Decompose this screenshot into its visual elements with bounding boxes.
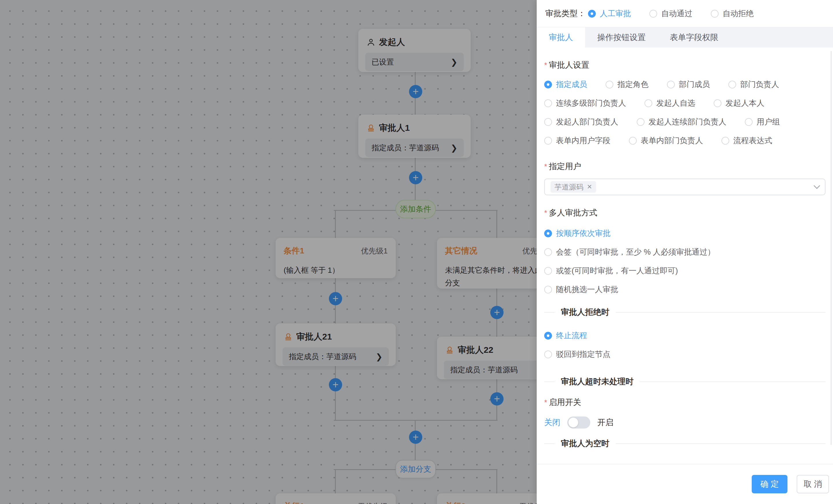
radio-icon [544, 81, 552, 89]
radio-random-one[interactable]: 随机挑选一人审批 [544, 284, 618, 295]
radio-form-user-field[interactable]: 表单内用户字段 [544, 135, 611, 146]
empty-section-divider: 审批人为空时 [544, 438, 826, 447]
radio-specified-member[interactable]: 指定成员 [544, 79, 587, 90]
confirm-button[interactable]: 确 定 [752, 475, 787, 493]
radio-auto-reject[interactable]: 自动拒绝 [711, 8, 754, 19]
tab-approver[interactable]: 审批人 [537, 27, 585, 48]
enable-switch-label: *启用开关 [544, 398, 826, 407]
radio-icon [544, 332, 552, 339]
empty-section-title: 审批人为空时 [561, 438, 609, 447]
radio-dept-leader[interactable]: 部门负责人 [729, 79, 779, 90]
reject-section-divider: 审批人拒绝时 [544, 307, 826, 317]
approval-type-label: 审批类型： [545, 8, 586, 19]
approver-setup-row4: 表单内用户字段 表单内部门负责人 流程表达式 [544, 136, 826, 146]
radio-initiator-dept-leader[interactable]: 发起人部门负责人 [544, 117, 618, 127]
timeout-section-title: 审批人超时未处理时 [561, 376, 634, 387]
radio-sequential-approval[interactable]: 按顺序依次审批 [544, 228, 611, 238]
required-mark: * [544, 162, 547, 171]
cancel-button[interactable]: 取 消 [797, 475, 829, 493]
tab-button-settings[interactable]: 操作按钮设置 [585, 27, 658, 48]
tab-form-permissions[interactable]: 表单字段权限 [658, 27, 730, 48]
multi-mode-option: 按顺序依次审批 [544, 228, 826, 238]
radio-icon [711, 10, 719, 18]
radio-countersign[interactable]: 会签（可同时审批，至少 % 人必须审批通过） [544, 247, 715, 257]
timeout-switch-row: 关闭 开启 [544, 416, 826, 429]
reject-option: 驳回到指定节点 [544, 349, 826, 359]
radio-icon [544, 286, 552, 294]
timeout-toggle[interactable] [567, 417, 590, 429]
radio-icon [649, 10, 657, 18]
radio-icon [629, 137, 637, 145]
radio-or-sign[interactable]: 或签(可同时审批，有一人通过即可) [544, 266, 678, 276]
multi-mode-option: 随机挑选一人审批 [544, 284, 826, 294]
radio-initiator-choose[interactable]: 发起人自选 [644, 98, 695, 108]
reject-option: 终止流程 [544, 330, 826, 340]
radio-icon [644, 99, 652, 107]
assign-user-select[interactable]: 芋道源码 ✕ [544, 179, 826, 195]
required-mark: * [544, 398, 547, 407]
radio-icon [544, 351, 552, 358]
radio-initiator-multi-dept-leader[interactable]: 发起人连续部门负责人 [637, 117, 727, 127]
radio-icon [667, 81, 675, 89]
multi-mode-option: 或签(可同时审批，有一人通过即可) [544, 266, 826, 275]
radio-form-dept-leader[interactable]: 表单内部门负责人 [629, 135, 703, 146]
radio-icon [721, 137, 729, 145]
multi-mode-label: *多人审批方式 [544, 208, 826, 218]
switch-on-label: 开启 [597, 417, 613, 428]
radio-icon [637, 118, 644, 126]
radio-manual-approve[interactable]: 人工审批 [588, 8, 631, 19]
radio-initiator-self[interactable]: 发起人本人 [714, 98, 764, 108]
radio-icon [729, 81, 736, 89]
radio-icon [544, 137, 552, 145]
user-tag: 芋道源码 ✕ [550, 181, 596, 193]
assign-user-label: *指定用户 [544, 161, 826, 171]
multi-mode-option: 会签（可同时审批，至少 % 人必须审批通过） [544, 247, 826, 257]
radio-user-group[interactable]: 用户组 [745, 117, 780, 127]
radio-icon [714, 99, 721, 107]
approver-setup-row1: 指定成员 指定角色 部门成员 部门负责人 [544, 79, 826, 89]
user-tag-label: 芋道源码 [554, 182, 584, 192]
approver-setup-row3: 发起人部门负责人 发起人连续部门负责人 用户组 [544, 117, 826, 127]
radio-icon [605, 81, 613, 89]
radio-process-expression[interactable]: 流程表达式 [721, 135, 772, 146]
approver-setup-row2: 连续多级部门负责人 发起人自选 发起人本人 [544, 98, 826, 108]
radio-specified-role[interactable]: 指定角色 [605, 79, 648, 90]
radio-icon [544, 267, 552, 275]
radio-icon [544, 118, 552, 126]
timeout-section-divider: 审批人超时未处理时 [544, 377, 826, 386]
switch-off-label: 关闭 [544, 417, 560, 428]
radio-return-to-node[interactable]: 驳回到指定节点 [544, 349, 611, 359]
radio-icon [588, 10, 596, 18]
approval-type-row: 审批类型： 人工审批 自动通过 自动拒绝 [537, 0, 833, 27]
radio-icon [544, 248, 552, 256]
approver-setup-label: *审批人设置 [544, 60, 826, 70]
radio-dept-member[interactable]: 部门成员 [667, 79, 710, 90]
approver-settings-panel: 审批类型： 人工审批 自动通过 自动拒绝 审批人 操作按钮设置 表单字段权限 *… [537, 0, 833, 504]
tag-close-icon[interactable]: ✕ [587, 183, 592, 191]
radio-terminate-process[interactable]: 终止流程 [544, 330, 587, 341]
settings-tabs: 审批人 操作按钮设置 表单字段权限 [537, 27, 833, 48]
panel-footer: 确 定 取 消 [537, 464, 833, 504]
scrollbar[interactable] [831, 51, 832, 445]
required-mark: * [544, 208, 547, 217]
radio-auto-pass[interactable]: 自动通过 [649, 8, 692, 19]
settings-scroll-area[interactable]: *审批人设置 指定成员 指定角色 部门成员 部门负责人 连续多级部门负责人 发起… [537, 48, 833, 447]
chevron-down-icon [814, 183, 820, 189]
radio-multi-level-dept-leader[interactable]: 连续多级部门负责人 [544, 98, 626, 108]
reject-section-title: 审批人拒绝时 [561, 307, 609, 318]
radio-icon [544, 99, 552, 107]
radio-icon [745, 118, 753, 126]
radio-icon [544, 229, 552, 237]
required-mark: * [544, 61, 547, 69]
